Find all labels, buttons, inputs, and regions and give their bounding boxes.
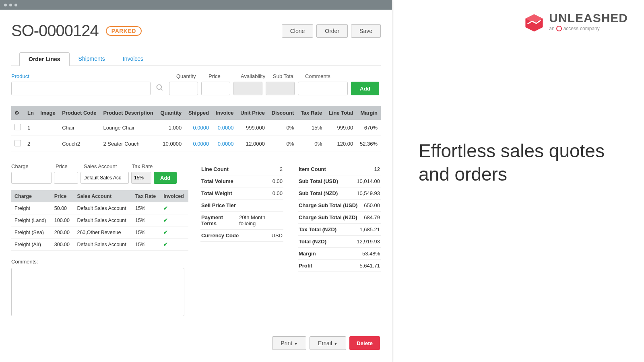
col-gear[interactable]: ⚙ [11, 106, 24, 120]
summary-key: Total (NZD) [299, 239, 326, 245]
chevron-down-icon: ▼ [334, 341, 338, 346]
cell-charge-account: Default Sales Account [74, 214, 132, 226]
summary-row: Total Weight0.00 [200, 187, 283, 200]
cell-invoice[interactable]: 0.0000 [212, 120, 237, 136]
summary-value: 10,549.93 [357, 190, 380, 196]
table-row: Freight (Air)300.00Default Sales Account… [11, 239, 188, 251]
cell-charge-invoiced: ✔ [160, 214, 188, 226]
cell-desc: Lounge Chair [100, 120, 157, 136]
comments-input[interactable] [298, 82, 348, 95]
cell-code: Chair [59, 120, 100, 136]
col-code: Product Code [59, 106, 100, 120]
row-checkbox[interactable] [14, 124, 21, 130]
summary-key: Margin [299, 251, 316, 257]
cell-total: 120.00 [325, 136, 356, 152]
charge-name-input[interactable] [11, 172, 52, 184]
add-line-button[interactable]: Add [351, 82, 379, 95]
summary-key: Profit [299, 263, 312, 269]
col-charge-tax: Tax Rate [132, 190, 160, 202]
summary-value: 53.48% [362, 251, 380, 257]
cell-charge-account: Default Sales Account [74, 239, 132, 251]
cell-margin: 52.36% [356, 136, 381, 152]
summary-value: 12,919.93 [357, 239, 380, 245]
order-button[interactable]: Order [316, 24, 348, 38]
product-input[interactable] [11, 82, 151, 95]
chevron-down-icon: ▼ [294, 341, 298, 346]
cell-charge-account: 260,Other Revenue [74, 226, 132, 239]
price-input[interactable] [201, 82, 230, 95]
check-icon: ✔ [163, 206, 168, 211]
cell-unit: 12.0000 [237, 136, 268, 152]
lines-table: ⚙ Ln Image Product Code Product Descript… [11, 106, 381, 152]
check-icon: ✔ [163, 242, 168, 247]
svg-line-1 [161, 88, 163, 90]
summary-key: Total Volume [201, 178, 233, 184]
label-subtotal: Sub Total [273, 73, 305, 79]
table-row: Freight (Land)100.00Default Sales Accoun… [11, 214, 188, 226]
cell-shipped[interactable]: 0.0000 [185, 120, 212, 136]
cell-charge-price: 300.00 [51, 239, 74, 251]
cell-charge-name: Freight (Air) [11, 239, 51, 251]
status-badge: PARKED [106, 26, 142, 36]
cell-discount: 0% [268, 120, 297, 136]
charge-account-input[interactable] [80, 172, 129, 184]
add-charge-button[interactable]: Add [154, 172, 177, 184]
label-availability: Availability [241, 73, 273, 79]
summary-key: Sell Price Tier [201, 202, 236, 208]
clone-button[interactable]: Clone [282, 24, 314, 38]
cell-charge-price: 50.00 [51, 202, 74, 214]
summary-key: Sub Total (USD) [299, 178, 338, 184]
summary-row: Line Count2 [200, 163, 283, 175]
summary-value: USD [272, 232, 283, 239]
summary-key: Tax Total (NZD) [299, 226, 336, 232]
search-icon[interactable] [154, 84, 166, 94]
svg-point-0 [157, 84, 162, 89]
col-discount: Discount [268, 106, 297, 120]
col-total: Line Total [325, 106, 356, 120]
cell-charge-account: Default Sales Account [74, 202, 132, 214]
charges-table: Charge Price Sales Account Tax Rate Invo… [11, 190, 188, 251]
order-number: SO-0000124 [11, 22, 99, 40]
cell-charge-name: Freight (Sea) [11, 226, 51, 239]
summary-row: Item Count12 [298, 163, 381, 175]
summary-row: Tax Total (NZD)1,685.21 [298, 224, 381, 236]
availability-field [233, 82, 262, 95]
col-charge-price: Price [51, 190, 74, 202]
marketing-headline: Effortless sales quotes and orders [419, 140, 628, 186]
comments-textarea[interactable] [11, 268, 184, 316]
print-button[interactable]: Print▼ [272, 336, 306, 350]
summary-key: Line Count [201, 166, 229, 172]
cell-image [37, 136, 59, 152]
col-unit: Unit Price [237, 106, 268, 120]
email-button[interactable]: Email▼ [310, 336, 346, 350]
tab-shipments[interactable]: Shipments [70, 52, 114, 66]
tab-invoices[interactable]: Invoices [114, 52, 152, 66]
summary-key: Item Count [299, 166, 326, 172]
save-button[interactable]: Save [351, 24, 381, 38]
tabs: Order Lines Shipments Invoices [11, 52, 381, 66]
quantity-input[interactable] [169, 82, 198, 95]
delete-button[interactable]: Delete [349, 336, 380, 350]
summary-row: Payment Terms20th Month folloing [200, 212, 283, 230]
cell-invoice[interactable]: 0.0000 [212, 136, 237, 152]
cell-charge-invoiced: ✔ [160, 239, 188, 251]
cell-total: 999.00 [325, 120, 356, 136]
charge-price-input[interactable] [54, 172, 78, 184]
row-checkbox[interactable] [14, 140, 21, 146]
col-invoice: Invoice [212, 106, 237, 120]
col-qty: Quantity [157, 106, 185, 120]
summary-value: 2 [280, 166, 283, 172]
cell-qty: 1.000 [157, 120, 185, 136]
cell-charge-name: Freight (Land) [11, 214, 51, 226]
summary-row: Sub Total (USD)10,014.00 [298, 175, 381, 187]
table-row: Freight (Sea)200.00260,Other Revenue15%✔ [11, 226, 188, 239]
cell-ln: 1 [24, 120, 37, 136]
cell-ln: 2 [24, 136, 37, 152]
label-price: Price [208, 73, 241, 79]
subtotal-field [266, 82, 295, 95]
cell-discount: 0% [268, 136, 297, 152]
label-charge-tax: Tax Rate [132, 163, 156, 169]
summary-value: 684.79 [364, 214, 380, 220]
tab-order-lines[interactable]: Order Lines [19, 52, 70, 66]
cell-shipped[interactable]: 0.0000 [185, 136, 212, 152]
